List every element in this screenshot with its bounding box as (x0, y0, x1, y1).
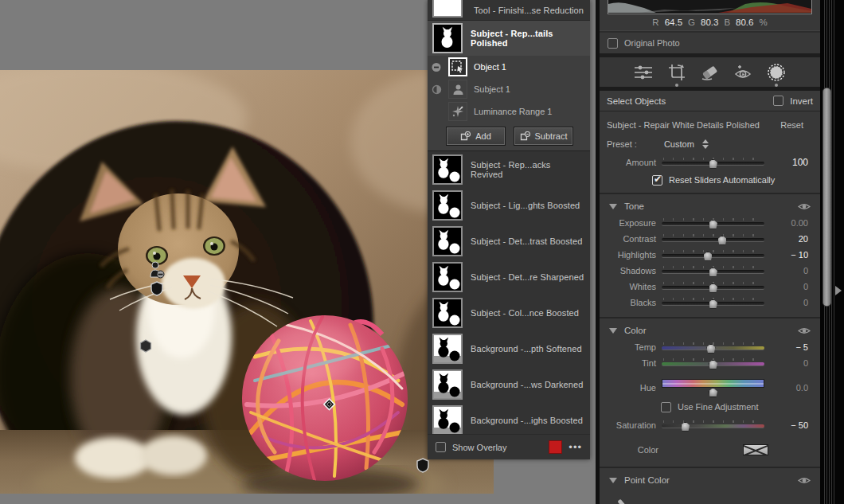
mask-item[interactable]: Subject - Det...re Sharpened (428, 259, 590, 295)
subtract-button[interactable]: Subtract (514, 127, 572, 145)
show-overlay-checkbox[interactable] (436, 442, 446, 452)
temp-slider-row: Temp − 5 (600, 339, 820, 355)
fine-adjustment-checkbox[interactable] (661, 402, 671, 412)
tool-strip (600, 57, 820, 88)
mask-item-label: Subject - Rep...acks Revived (471, 160, 585, 179)
highlights-slider-row: Highlights − 10 (600, 247, 820, 263)
edit-sliders-icon[interactable] (630, 59, 657, 86)
exposure-slider[interactable] (662, 217, 764, 229)
tint-slider[interactable] (662, 357, 764, 369)
mask-item-label: Subject - Det...re Sharpened (471, 272, 584, 282)
mask-component-subject[interactable]: Subject 1 (428, 78, 590, 100)
collapse-triangle-icon[interactable] (609, 204, 617, 209)
slider-value: 0 (764, 358, 809, 368)
mask-pin-hexagon[interactable] (139, 339, 152, 353)
mask-item[interactable]: Background -...pth Softened (428, 330, 590, 366)
add-button[interactable]: Add (447, 127, 505, 145)
temp-slider[interactable] (662, 342, 764, 354)
mask-pin-shield-bottom[interactable] (416, 458, 429, 473)
mask-item[interactable]: Background -...ws Darkened (428, 366, 590, 402)
mask-thumbnail (432, 405, 463, 436)
mask-item[interactable]: Subject - Lig...ghts Boosted (428, 187, 590, 223)
overlay-options-icon[interactable]: ••• (569, 443, 582, 451)
mask-item-label: Subject - Det...trast Boosted (471, 236, 582, 246)
eye-icon[interactable] (798, 202, 811, 211)
slider-label: Blacks (600, 298, 662, 307)
preset-stepper-icon[interactable] (702, 139, 709, 149)
shadows-slider[interactable] (662, 265, 764, 277)
whites-slider[interactable] (662, 281, 764, 293)
mask-item[interactable]: Background -...ighs Boosted (428, 402, 590, 438)
red-eye-tool-icon[interactable] (729, 59, 756, 86)
mask-item-tool-finishing[interactable]: Tool - Finishi...se Reduction (428, 0, 590, 21)
subject-icon (448, 80, 467, 99)
highlights-slider[interactable] (662, 249, 764, 261)
point-color-title: Point Color (624, 475, 798, 485)
contrast-slider[interactable] (662, 233, 764, 245)
slider-value: 0.0 (764, 383, 809, 393)
eye-icon[interactable] (798, 476, 811, 485)
reset-sliders-label: Reset Sliders Automatically (669, 175, 775, 185)
mask-pin-subject-subtract[interactable] (149, 261, 165, 279)
saturation-slider[interactable] (662, 420, 764, 432)
hue-slider[interactable] (662, 377, 764, 398)
reset-sliders-checkbox[interactable] (652, 175, 662, 186)
scrollbar-thumb[interactable] (823, 88, 831, 307)
preset-select[interactable]: Custom (664, 139, 694, 149)
mask-thumbnail (432, 298, 463, 328)
tone-section: Tone Exposure 0.00 Contrast 20 Highlight… (600, 194, 820, 318)
overlay-color-swatch[interactable] (549, 440, 562, 454)
color-swatch[interactable] (743, 444, 768, 455)
slider-label: Temp (600, 342, 662, 352)
mask-thumbnail (432, 190, 463, 221)
eye-icon[interactable] (798, 326, 811, 335)
reset-button[interactable]: Reset (780, 120, 813, 130)
mask-item[interactable]: Subject - Det...trast Boosted (428, 223, 590, 259)
mask-thumbnail (432, 369, 463, 400)
mask-thumbnail (432, 226, 463, 256)
slider-label: Exposure (600, 218, 662, 228)
photo-canvas[interactable] (0, 70, 494, 494)
original-photo-checkbox[interactable] (608, 38, 618, 49)
mask-component-luminance[interactable]: Luminance Range 1 (428, 100, 590, 123)
mask-settings: Subject - Repair White Details Polished … (600, 111, 820, 194)
point-color-section: Point Color (600, 468, 820, 504)
slider-label: Contrast (600, 234, 662, 244)
amount-slider[interactable] (662, 157, 764, 169)
tone-title: Tone (624, 201, 798, 211)
mask-item-label: Tool - Finishi...se Reduction (474, 6, 584, 15)
rgb-readout: R 64.5 G 80.3 B 80.6 % (600, 14, 820, 30)
luminance-range-icon (448, 102, 467, 121)
shadows-slider-row: Shadows 0 (600, 263, 820, 279)
histogram[interactable] (608, 0, 812, 14)
tint-slider-row: Tint 0 (600, 355, 820, 371)
mask-component-label: Luminance Range 1 (474, 107, 552, 116)
mask-pin-shield[interactable] (150, 281, 163, 296)
blacks-slider[interactable] (662, 297, 764, 309)
mask-pin-diamond-selected[interactable] (322, 397, 337, 412)
eyedropper-icon[interactable] (612, 495, 636, 504)
panel-collapse-arrow-icon[interactable] (835, 286, 842, 295)
select-objects-label: Select Objects (607, 96, 666, 106)
mask-item-selected[interactable]: Subject - Rep...tails Polished (428, 21, 590, 56)
collapse-triangle-icon[interactable] (609, 478, 617, 483)
crop-tool-icon[interactable] (663, 59, 690, 86)
slider-value: 0 (764, 282, 809, 291)
mask-component-object[interactable]: Object 1 (428, 56, 590, 78)
masking-tool-icon[interactable] (763, 59, 790, 86)
slider-value: − 50 (764, 420, 809, 430)
healing-tool-icon[interactable] (696, 59, 723, 86)
collapse-triangle-icon[interactable] (609, 328, 617, 334)
mask-item[interactable]: Subject - Rep...acks Revived (428, 151, 590, 187)
slider-value: 0 (764, 298, 809, 307)
mask-item-label: Subject - Rep...tails Polished (471, 29, 585, 48)
mask-item[interactable]: Subject - Col...nce Boosted (428, 295, 590, 330)
mask-thumbnail (432, 334, 463, 364)
masks-panel: Tool - Finishi...se Reduction Subject - … (428, 0, 590, 459)
lightroom-develop-view: Tool - Finishi...se Reduction Subject - … (0, 0, 844, 504)
invert-checkbox[interactable] (773, 96, 783, 106)
amount-label: Amount (600, 158, 662, 167)
slider-value: 0.00 (764, 218, 809, 228)
r-value: 64.5 (665, 18, 682, 27)
slider-value: 20 (764, 234, 809, 244)
